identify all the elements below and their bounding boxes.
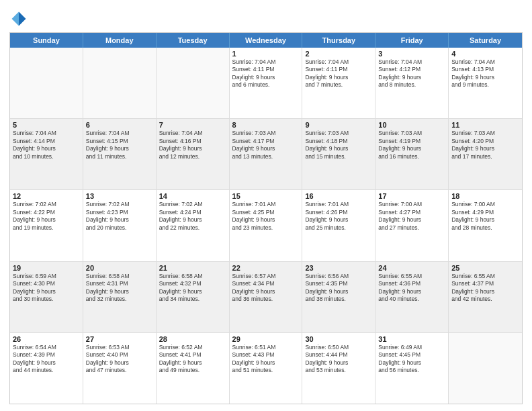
calendar-row-2: 12Sunrise: 7:02 AMSunset: 4:22 PMDayligh…: [10, 190, 522, 261]
calendar-cell: 30Sunrise: 6:50 AMSunset: 4:44 PMDayligh…: [302, 333, 375, 404]
calendar-cell: 8Sunrise: 7:03 AMSunset: 4:17 PMDaylight…: [230, 119, 303, 189]
cell-info: Sunrise: 6:49 AMSunset: 4:45 PMDaylight:…: [378, 344, 445, 375]
day-number: 31: [378, 335, 445, 343]
calendar-row-0: 1Sunrise: 7:04 AMSunset: 4:11 PMDaylight…: [10, 48, 522, 119]
day-number: 1: [232, 50, 300, 58]
cell-info: Sunrise: 6:53 AMSunset: 4:40 PMDaylight:…: [86, 344, 153, 375]
header-day-tuesday: Tuesday: [157, 33, 230, 48]
cell-info: Sunrise: 7:03 AMSunset: 4:18 PMDaylight:…: [305, 130, 372, 161]
calendar-cell: 11Sunrise: 7:03 AMSunset: 4:20 PMDayligh…: [449, 119, 522, 189]
calendar-cell: 4Sunrise: 7:04 AMSunset: 4:13 PMDaylight…: [449, 48, 522, 118]
calendar-cell: 25Sunrise: 6:55 AMSunset: 4:37 PMDayligh…: [449, 262, 522, 332]
calendar-cell: [10, 48, 83, 118]
cell-info: Sunrise: 6:57 AMSunset: 4:34 PMDaylight:…: [232, 273, 300, 304]
calendar-cell: 20Sunrise: 6:58 AMSunset: 4:31 PMDayligh…: [83, 262, 157, 332]
header-day-monday: Monday: [83, 33, 157, 48]
day-number: 27: [86, 335, 153, 343]
day-number: 22: [232, 264, 300, 272]
calendar-cell: 31Sunrise: 6:49 AMSunset: 4:45 PMDayligh…: [375, 333, 449, 404]
header: [9, 7, 523, 28]
cell-info: Sunrise: 6:50 AMSunset: 4:44 PMDaylight:…: [305, 344, 372, 375]
cell-info: Sunrise: 6:54 AMSunset: 4:39 PMDaylight:…: [13, 344, 80, 375]
cell-info: Sunrise: 6:58 AMSunset: 4:32 PMDaylight:…: [159, 273, 226, 304]
day-number: 18: [451, 192, 519, 200]
calendar-cell: 21Sunrise: 6:58 AMSunset: 4:32 PMDayligh…: [157, 262, 230, 332]
calendar-cell: 2Sunrise: 7:04 AMSunset: 4:11 PMDaylight…: [302, 48, 375, 118]
cell-info: Sunrise: 6:52 AMSunset: 4:41 PMDaylight:…: [159, 344, 226, 375]
day-number: 7: [159, 121, 226, 129]
day-number: 25: [451, 264, 519, 272]
header-day-friday: Friday: [375, 33, 449, 48]
header-day-wednesday: Wednesday: [230, 33, 303, 48]
calendar-body: 1Sunrise: 7:04 AMSunset: 4:11 PMDaylight…: [10, 48, 522, 404]
header-day-sunday: Sunday: [10, 33, 83, 48]
calendar-cell: [449, 333, 522, 404]
day-number: 5: [13, 121, 80, 129]
calendar-cell: 29Sunrise: 6:51 AMSunset: 4:43 PMDayligh…: [230, 333, 303, 404]
calendar-cell: 18Sunrise: 7:00 AMSunset: 4:29 PMDayligh…: [449, 190, 522, 261]
day-number: 11: [451, 121, 519, 129]
day-number: 23: [305, 264, 372, 272]
cell-info: Sunrise: 7:02 AMSunset: 4:23 PMDaylight:…: [86, 201, 153, 232]
cell-info: Sunrise: 7:04 AMSunset: 4:13 PMDaylight:…: [451, 58, 519, 89]
calendar-cell: 14Sunrise: 7:02 AMSunset: 4:24 PMDayligh…: [157, 190, 230, 261]
day-number: 28: [159, 335, 226, 343]
day-number: 13: [86, 192, 153, 200]
day-number: 17: [378, 192, 445, 200]
cell-info: Sunrise: 7:03 AMSunset: 4:20 PMDaylight:…: [451, 130, 519, 161]
cell-info: Sunrise: 7:01 AMSunset: 4:25 PMDaylight:…: [232, 201, 300, 232]
calendar-cell: 15Sunrise: 7:01 AMSunset: 4:25 PMDayligh…: [230, 190, 303, 261]
day-number: 29: [232, 335, 300, 343]
calendar-cell: 1Sunrise: 7:04 AMSunset: 4:11 PMDaylight…: [230, 48, 303, 118]
cell-info: Sunrise: 7:04 AMSunset: 4:15 PMDaylight:…: [86, 130, 153, 161]
day-number: 19: [13, 264, 80, 272]
cell-info: Sunrise: 7:02 AMSunset: 4:22 PMDaylight:…: [13, 201, 80, 232]
calendar-cell: 6Sunrise: 7:04 AMSunset: 4:15 PMDaylight…: [83, 119, 157, 189]
calendar: SundayMondayTuesdayWednesdayThursdayFrid…: [9, 32, 523, 404]
logo: [9, 9, 31, 28]
calendar-cell: 22Sunrise: 6:57 AMSunset: 4:34 PMDayligh…: [230, 262, 303, 332]
calendar-cell: 12Sunrise: 7:02 AMSunset: 4:22 PMDayligh…: [10, 190, 83, 261]
day-number: 2: [305, 50, 372, 58]
calendar-cell: 9Sunrise: 7:03 AMSunset: 4:18 PMDaylight…: [302, 119, 375, 189]
calendar-cell: 26Sunrise: 6:54 AMSunset: 4:39 PMDayligh…: [10, 333, 83, 404]
page: SundayMondayTuesdayWednesdayThursdayFrid…: [0, 0, 532, 411]
day-number: 20: [86, 264, 153, 272]
calendar-cell: [157, 48, 230, 118]
calendar-cell: 27Sunrise: 6:53 AMSunset: 4:40 PMDayligh…: [83, 333, 157, 404]
cell-info: Sunrise: 7:00 AMSunset: 4:27 PMDaylight:…: [378, 201, 445, 232]
cell-info: Sunrise: 7:03 AMSunset: 4:17 PMDaylight:…: [232, 130, 300, 161]
cell-info: Sunrise: 6:59 AMSunset: 4:30 PMDaylight:…: [13, 273, 80, 304]
calendar-cell: 13Sunrise: 7:02 AMSunset: 4:23 PMDayligh…: [83, 190, 157, 261]
day-number: 12: [13, 192, 80, 200]
day-number: 3: [378, 50, 445, 58]
calendar-cell: 23Sunrise: 6:56 AMSunset: 4:35 PMDayligh…: [302, 262, 375, 332]
day-number: 9: [305, 121, 372, 129]
header-day-saturday: Saturday: [449, 33, 522, 48]
header-day-thursday: Thursday: [302, 33, 375, 48]
day-number: 15: [232, 192, 300, 200]
day-number: 30: [305, 335, 372, 343]
day-number: 6: [86, 121, 153, 129]
day-number: 24: [378, 264, 445, 272]
cell-info: Sunrise: 6:56 AMSunset: 4:35 PMDaylight:…: [305, 273, 372, 304]
cell-info: Sunrise: 6:55 AMSunset: 4:36 PMDaylight:…: [378, 273, 445, 304]
cell-info: Sunrise: 7:03 AMSunset: 4:19 PMDaylight:…: [378, 130, 445, 161]
logo-icon: [9, 9, 28, 28]
cell-info: Sunrise: 7:04 AMSunset: 4:11 PMDaylight:…: [305, 58, 372, 89]
cell-info: Sunrise: 7:01 AMSunset: 4:26 PMDaylight:…: [305, 201, 372, 232]
calendar-cell: 5Sunrise: 7:04 AMSunset: 4:14 PMDaylight…: [10, 119, 83, 189]
day-number: 14: [159, 192, 226, 200]
day-number: 16: [305, 192, 372, 200]
cell-info: Sunrise: 6:55 AMSunset: 4:37 PMDaylight:…: [451, 273, 519, 304]
calendar-cell: 7Sunrise: 7:04 AMSunset: 4:16 PMDaylight…: [157, 119, 230, 189]
day-number: 26: [13, 335, 80, 343]
calendar-cell: 28Sunrise: 6:52 AMSunset: 4:41 PMDayligh…: [157, 333, 230, 404]
cell-info: Sunrise: 7:04 AMSunset: 4:11 PMDaylight:…: [232, 58, 300, 89]
day-number: 4: [451, 50, 519, 58]
calendar-cell: [83, 48, 157, 118]
cell-info: Sunrise: 7:04 AMSunset: 4:12 PMDaylight:…: [378, 58, 445, 89]
cell-info: Sunrise: 6:58 AMSunset: 4:31 PMDaylight:…: [86, 273, 153, 304]
calendar-row-3: 19Sunrise: 6:59 AMSunset: 4:30 PMDayligh…: [10, 262, 522, 333]
calendar-header: SundayMondayTuesdayWednesdayThursdayFrid…: [10, 33, 522, 48]
